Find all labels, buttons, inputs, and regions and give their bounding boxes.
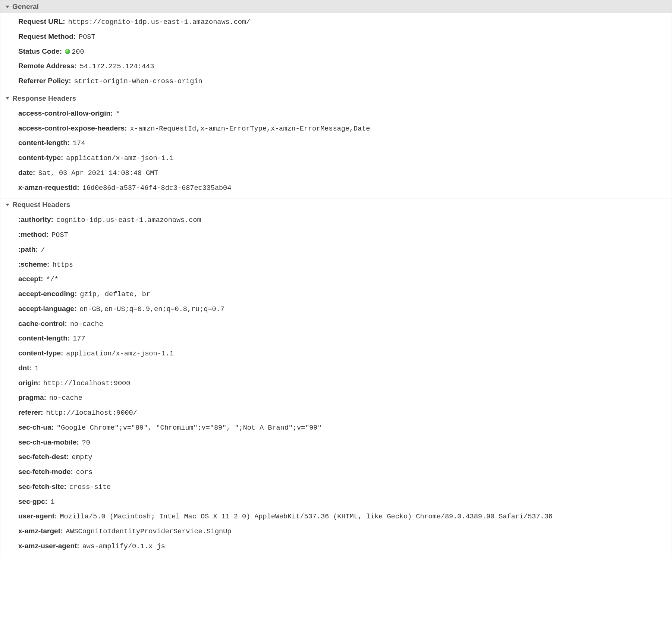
header-value: aws-amplify/0.1.x js: [82, 541, 165, 552]
header-key: sec-fetch-mode:: [18, 467, 73, 477]
header-value: cors: [76, 467, 92, 478]
header-row: date:Sat, 03 Apr 2021 14:08:48 GMT: [0, 166, 672, 180]
general-section: General Request URL:https://cognito-idp.…: [0, 0, 672, 92]
header-row: :scheme:https: [0, 257, 672, 272]
header-row: dnt:1: [0, 361, 672, 376]
header-row: content-length:177: [0, 331, 672, 346]
header-row: sec-ch-ua:"Google Chrome";v="89", "Chrom…: [0, 420, 672, 435]
header-row: pragma:no-cache: [0, 390, 672, 405]
header-key: sec-gpc:: [18, 496, 47, 507]
header-key: cache-control:: [18, 318, 67, 329]
header-key: content-length:: [18, 138, 70, 148]
header-row: sec-fetch-site:cross-site: [0, 480, 672, 495]
header-value: https: [52, 260, 73, 270]
header-key: sec-ch-ua:: [18, 422, 54, 433]
header-key: x-amz-target:: [18, 526, 63, 537]
header-key: :scheme:: [18, 259, 49, 270]
header-key: :method:: [18, 229, 48, 240]
headers-panel: General Request URL:https://cognito-idp.…: [0, 0, 672, 557]
header-key: user-agent:: [18, 511, 57, 522]
request-headers-section-title: Request Headers: [12, 201, 70, 209]
header-key: content-length:: [18, 333, 70, 344]
status-success-icon: [65, 49, 70, 54]
header-value: https://cognito-idp.us-east-1.amazonaws.…: [68, 17, 250, 28]
header-value: Mozilla/5.0 (Macintosh; Intel Mac OS X 1…: [60, 512, 552, 522]
header-key: Request URL:: [18, 16, 65, 27]
header-row: accept:*/*: [0, 272, 672, 287]
header-value: no-cache: [70, 319, 103, 330]
header-key: pragma:: [18, 392, 46, 403]
header-key: x-amzn-requestid:: [18, 182, 79, 193]
general-section-header[interactable]: General: [0, 0, 672, 13]
header-value: 1: [50, 497, 54, 508]
header-row: access-control-allow-origin:*: [0, 106, 672, 121]
header-key: referer:: [18, 407, 43, 418]
header-key: Request Method:: [18, 31, 76, 42]
header-value: 54.172.225.124:443: [80, 62, 154, 72]
header-row: Remote Address:54.172.225.124:443: [0, 59, 672, 74]
header-row: accept-encoding:gzip, deflate, br: [0, 287, 672, 302]
request-headers-section: Request Headers :authority:cognito-idp.u…: [0, 198, 672, 556]
header-key: sec-ch-ua-mobile:: [18, 437, 79, 448]
header-row: :path:/: [0, 242, 672, 257]
general-section-title: General: [12, 3, 39, 11]
header-row: x-amz-target:AWSCognitoIdentityProviderS…: [0, 524, 672, 539]
header-row: sec-ch-ua-mobile:?0: [0, 435, 672, 450]
header-value: 174: [73, 138, 85, 149]
header-value: Sat, 03 Apr 2021 14:08:48 GMT: [38, 168, 158, 179]
header-key: content-type:: [18, 348, 63, 359]
header-value: 200: [65, 47, 84, 57]
response-headers-section: Response Headers access-control-allow-or…: [0, 92, 672, 199]
header-key: date:: [18, 167, 35, 178]
header-value: application/x-amz-json-1.1: [66, 153, 174, 164]
response-headers-section-title: Response Headers: [12, 94, 76, 103]
header-key: accept-encoding:: [18, 289, 77, 299]
header-value: 1: [35, 364, 39, 374]
disclosure-triangle-icon: [6, 6, 9, 8]
header-row: Request URL:https://cognito-idp.us-east-…: [0, 15, 672, 29]
header-value: empty: [72, 452, 92, 463]
header-row: cache-control:no-cache: [0, 317, 672, 332]
header-row: content-length:174: [0, 136, 672, 151]
header-key: Remote Address:: [18, 61, 77, 72]
header-value: "Google Chrome";v="89", "Chromium";v="89…: [57, 423, 322, 433]
general-rows: Request URL:https://cognito-idp.us-east-…: [0, 13, 672, 92]
request-headers-section-header[interactable]: Request Headers: [0, 198, 672, 211]
header-value: no-cache: [49, 393, 82, 404]
header-value: ?0: [82, 438, 90, 448]
header-key: content-type:: [18, 153, 63, 163]
header-value: strict-origin-when-cross-origin: [74, 76, 202, 87]
header-key: :authority:: [18, 214, 53, 225]
response-headers-section-header[interactable]: Response Headers: [0, 92, 672, 105]
header-key: Referrer Policy:: [18, 76, 71, 87]
header-row: x-amzn-requestid:16d0e86d-a537-46f4-8dc3…: [0, 180, 672, 195]
response-headers-rows: access-control-allow-origin:*access-cont…: [0, 105, 672, 198]
header-row: sec-fetch-dest:empty: [0, 450, 672, 465]
header-row: accept-language:en-GB,en-US;q=0.9,en;q=0…: [0, 302, 672, 317]
header-key: :path:: [18, 244, 38, 255]
header-key: access-control-expose-headers:: [18, 123, 127, 134]
header-row: :method:POST: [0, 227, 672, 242]
header-row: content-type:application/x-amz-json-1.1: [0, 151, 672, 166]
disclosure-triangle-icon: [6, 204, 9, 206]
header-row: sec-gpc:1: [0, 495, 672, 509]
header-key: dnt:: [18, 363, 32, 374]
header-row: Request Method:POST: [0, 29, 672, 44]
header-row: Referrer Policy:strict-origin-when-cross…: [0, 74, 672, 89]
header-value: POST: [79, 32, 95, 43]
header-row: user-agent:Mozilla/5.0 (Macintosh; Intel…: [0, 509, 672, 524]
header-value: AWSCognitoIdentityProviderService.SignUp: [66, 527, 231, 537]
header-value: *: [116, 109, 120, 119]
header-key: x-amz-user-agent:: [18, 541, 79, 552]
header-key: sec-fetch-dest:: [18, 452, 69, 462]
header-value: 16d0e86d-a537-46f4-8dc3-687ec335ab04: [82, 183, 232, 194]
header-value: x-amzn-RequestId,x-amzn-ErrorType,x-amzn…: [130, 124, 370, 134]
header-value: http://localhost:9000: [43, 379, 130, 389]
header-key: accept-language:: [18, 304, 76, 314]
header-value: POST: [51, 230, 68, 241]
header-row: content-type:application/x-amz-json-1.1: [0, 346, 672, 361]
header-row: referer:http://localhost:9000/: [0, 405, 672, 420]
header-key: sec-fetch-site:: [18, 481, 66, 492]
disclosure-triangle-icon: [6, 97, 9, 100]
header-value: /: [41, 245, 45, 255]
